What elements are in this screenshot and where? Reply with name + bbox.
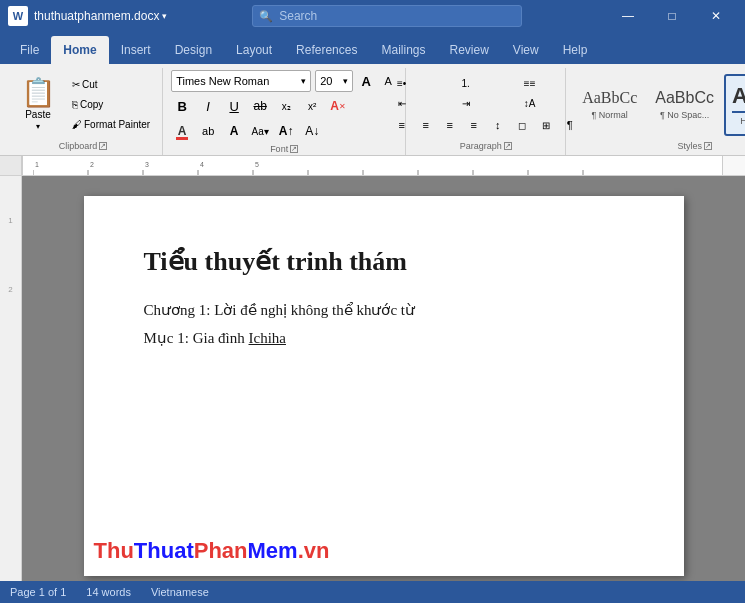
font-group: Times New Roman ▾ 20 ▾ A A B I U ab x₂ — [163, 68, 406, 155]
font-expand-icon[interactable]: ↗ — [290, 145, 298, 153]
bullet-list-button[interactable]: ≡• — [391, 74, 413, 92]
align-justify-button[interactable]: ≡ — [463, 115, 485, 135]
subscript-button[interactable]: x₂ — [275, 95, 297, 117]
border-button[interactable]: ⊞ — [535, 115, 557, 135]
search-input[interactable] — [279, 9, 515, 23]
watermark-thuat: Thuat — [134, 538, 194, 563]
style-heading-label: Heading 1 — [740, 116, 745, 126]
ribbon-tabs: File Home Insert Design Layout Reference… — [0, 32, 745, 64]
tab-design[interactable]: Design — [163, 36, 224, 64]
paragraph-content: ≡• 1. ≡≡ ⇤ ⇥ ↕A ≡ ≡ ≡ ≡ ↕ ◻ ⊞ ¶ — [391, 70, 581, 139]
paste-button[interactable]: 📋 Paste ▾ — [12, 77, 64, 133]
styles-items: AaBbCc ¶ Normal AaBbCc ¶ No Spac... AaBb… — [574, 73, 745, 137]
paragraph-rows: ≡• 1. ≡≡ ⇤ ⇥ ↕A ≡ ≡ ≡ ≡ ↕ ◻ ⊞ ¶ — [391, 74, 581, 135]
superscript-button[interactable]: x² — [301, 95, 323, 117]
document-area: 1 2 Tiểu thuyết trinh thám Chương 1: Lời… — [0, 176, 745, 581]
cut-button[interactable]: ✂ Cut — [68, 76, 154, 94]
ruler-inner: 1 2 3 4 5 — [22, 156, 723, 175]
style-nospace-preview: AaBbCc — [655, 89, 714, 107]
font-content: Times New Roman ▾ 20 ▾ A A B I U ab x₂ — [171, 70, 397, 142]
paragraph-expand-icon[interactable]: ↗ — [504, 142, 512, 150]
change-case-button[interactable]: Aa▾ — [249, 120, 271, 142]
font-name-value: Times New Roman — [176, 75, 269, 87]
copy-button[interactable]: ⎘ Copy — [68, 96, 154, 114]
title-bar: W thuthuatphanmem.docx ▾ 🔍 — □ ✕ — [0, 0, 745, 32]
font-row3: A ab A Aa▾ A↑ A↓ — [171, 120, 397, 142]
clipboard-expand-icon[interactable]: ↗ — [99, 142, 107, 150]
document-page[interactable]: Tiểu thuyết trinh thám Chương 1: Lời đề … — [84, 196, 684, 576]
status-words: 14 words — [86, 586, 131, 598]
tab-home[interactable]: Home — [51, 36, 108, 64]
line-spacing-button[interactable]: ↕ — [487, 115, 509, 135]
style-nospace-item[interactable]: AaBbCc ¶ No Spac... — [647, 74, 722, 136]
clipboard-small-buttons: ✂ Cut ⎘ Copy 🖌 Format Painter — [68, 76, 154, 134]
ruler-corner — [0, 156, 22, 175]
document-scroll-area[interactable]: Tiểu thuyết trinh thám Chương 1: Lời đề … — [22, 176, 745, 581]
status-bar: Page 1 of 1 14 words Vietnamese — [0, 581, 745, 603]
tab-insert[interactable]: Insert — [109, 36, 163, 64]
document-title[interactable]: Tiểu thuyết trinh thám — [144, 246, 624, 277]
ruler-svg: 1 2 3 4 5 — [33, 156, 712, 175]
font-color2-button[interactable]: A — [223, 120, 245, 142]
format-painter-button[interactable]: 🖌 Format Painter — [68, 116, 154, 134]
maximize-button[interactable]: □ — [651, 5, 693, 27]
style-normal-item[interactable]: AaBbCc ¶ Normal — [574, 74, 645, 136]
close-button[interactable]: ✕ — [695, 5, 737, 27]
watermark-vn: .vn — [298, 538, 330, 563]
sidebar-marker-2: 2 — [8, 285, 12, 294]
font-size-arrow: ▾ — [343, 76, 348, 86]
shading-button[interactable]: ◻ — [511, 115, 533, 135]
tab-mailings[interactable]: Mailings — [369, 36, 437, 64]
sidebar-marker-1: 1 — [8, 216, 12, 225]
multilevel-list-button[interactable]: ≡≡ — [519, 74, 541, 92]
font-label: Font ↗ — [171, 142, 397, 154]
watermark: ThuThuatPhanMem.vn — [84, 538, 340, 564]
styles-expand-icon[interactable]: ↗ — [704, 142, 712, 150]
align-left-button[interactable]: ≡ — [391, 115, 413, 135]
tab-view[interactable]: View — [501, 36, 551, 64]
cut-icon: ✂ — [72, 79, 80, 90]
font-size-selector[interactable]: 20 ▾ — [315, 70, 353, 92]
clipboard-label: Clipboard ↗ — [12, 139, 154, 151]
tab-file[interactable]: File — [8, 36, 51, 64]
ruler-marks: 1 2 3 4 5 — [23, 156, 722, 175]
style-heading-item[interactable]: AaBb Heading 1 — [724, 74, 745, 136]
font-size-value: 20 — [320, 75, 332, 87]
align-right-button[interactable]: ≡ — [439, 115, 461, 135]
style-normal-label: ¶ Normal — [592, 110, 628, 120]
highlight-button[interactable]: ab — [197, 120, 219, 142]
list-buttons-row: ≡• 1. ≡≡ ⇤ ⇥ ↕A — [391, 74, 581, 112]
clipboard-group: 📋 Paste ▾ ✂ Cut ⎘ Copy 🖌 Format Painter — [4, 68, 163, 155]
svg-text:1: 1 — [35, 161, 39, 168]
filename: thuthuatphanmem.docx — [34, 9, 159, 23]
watermark-mem: Mem — [248, 538, 298, 563]
italic-button[interactable]: I — [197, 95, 219, 117]
search-box[interactable]: 🔍 — [252, 5, 522, 27]
font-row2: B I U ab x₂ x² A✕ — [171, 95, 397, 117]
font-color-indicator — [176, 137, 188, 140]
tab-references[interactable]: References — [284, 36, 369, 64]
font-size-up2-button[interactable]: A↑ — [275, 120, 297, 142]
align-center-button[interactable]: ≡ — [415, 115, 437, 135]
font-size-increase-button[interactable]: A — [357, 72, 375, 90]
styles-label: Styles ↗ — [574, 139, 745, 151]
font-name-selector[interactable]: Times New Roman ▾ — [171, 70, 311, 92]
tab-review[interactable]: Review — [437, 36, 500, 64]
section-text-start: Mục 1: Gia đình — [144, 330, 249, 346]
clear-format-button[interactable]: A✕ — [327, 95, 349, 117]
font-size-down2-button[interactable]: A↓ — [301, 120, 323, 142]
minimize-button[interactable]: — — [607, 5, 649, 27]
document-chapter[interactable]: Chương 1: Lời đề nghị không thể khước từ — [144, 301, 624, 319]
sort-button[interactable]: ↕A — [519, 94, 541, 112]
strikethrough-button[interactable]: ab — [249, 95, 271, 117]
tab-layout[interactable]: Layout — [224, 36, 284, 64]
tab-help[interactable]: Help — [551, 36, 600, 64]
document-section[interactable]: Mục 1: Gia đình Ichiha — [144, 329, 624, 347]
svg-text:2: 2 — [90, 161, 94, 168]
numbered-list-button[interactable]: 1. — [455, 74, 477, 92]
bold-button[interactable]: B — [171, 95, 193, 117]
decrease-indent-button[interactable]: ⇤ — [391, 94, 413, 112]
increase-indent-button[interactable]: ⇥ — [455, 94, 477, 112]
underline-button[interactable]: U — [223, 95, 245, 117]
font-color-button[interactable]: A — [171, 120, 193, 142]
